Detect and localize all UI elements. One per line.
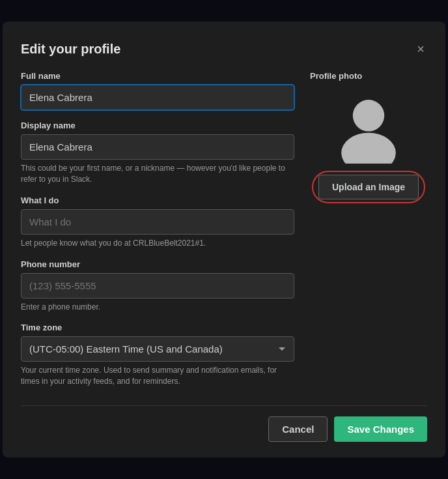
edit-profile-modal: Edit your profile × Full name Display na… [3,22,445,457]
display-name-field-group: Display name This could be your first na… [21,121,294,185]
close-button[interactable]: × [414,40,427,58]
left-column: Full name Display name This could be you… [21,71,294,387]
what-i-do-hint: Let people know what you do at CRLBlueBe… [21,238,294,249]
display-name-input[interactable] [21,134,294,160]
display-name-hint: This could be your first name, or a nick… [21,163,294,185]
avatar-container [329,89,408,167]
modal-header: Edit your profile × [21,40,427,58]
svg-point-1 [341,133,396,164]
modal-overlay: Edit your profile × Full name Display na… [0,0,448,479]
full-name-label: Full name [21,71,294,81]
time-zone-hint: Your current time zone. Used to send sum… [21,365,294,387]
full-name-field-group: Full name [21,71,294,110]
modal-body: Full name Display name This could be you… [21,71,427,387]
time-zone-select[interactable]: (UTC-05:00) Eastern Time (US and Canada) [21,336,294,362]
what-i-do-field-group: What I do Let people know what you do at… [21,196,294,249]
svg-point-0 [353,100,384,131]
cancel-button[interactable]: Cancel [268,416,328,442]
modal-title: Edit your profile [21,42,120,57]
display-name-label: Display name [21,121,294,130]
profile-photo-label: Profile photo [310,71,362,81]
time-zone-field-group: Time zone (UTC-05:00) Eastern Time (US a… [21,323,294,387]
upload-button-wrapper: Upload an Image [318,175,419,199]
phone-number-hint: Enter a phone number. [21,302,294,313]
time-zone-label: Time zone [21,323,294,332]
phone-number-field-group: Phone number Enter a phone number. [21,259,294,313]
right-column: Profile photo Upload an Image [310,71,427,387]
upload-image-button[interactable]: Upload an Image [318,175,419,199]
avatar-icon [333,92,404,164]
full-name-input[interactable] [21,85,294,110]
phone-number-label: Phone number [21,259,294,269]
what-i-do-input[interactable] [21,209,294,235]
what-i-do-label: What I do [21,196,294,205]
phone-number-input[interactable] [21,273,294,298]
save-changes-button[interactable]: Save Changes [334,416,427,442]
modal-footer: Cancel Save Changes [21,405,427,442]
